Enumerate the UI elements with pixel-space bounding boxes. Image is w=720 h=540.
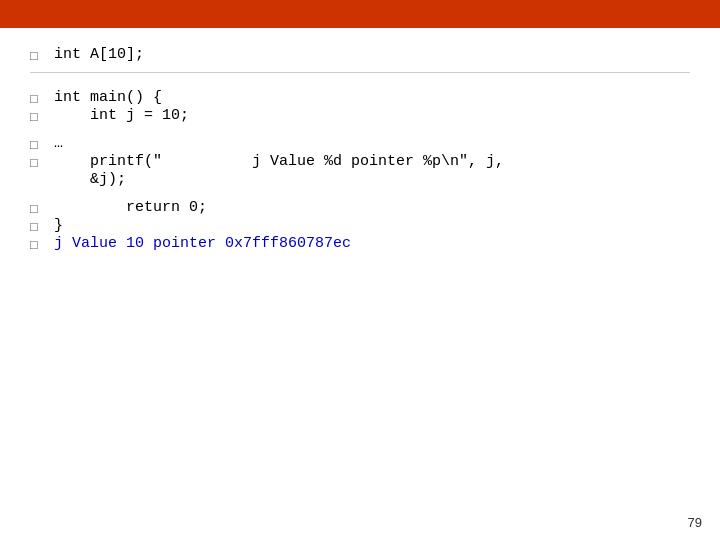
code-line-5a: □ printf(" j Value %d pointer %p\n", j,: [30, 153, 690, 171]
code-text-7: }: [54, 217, 63, 234]
code-text-1: int A[10];: [54, 46, 144, 63]
code-line-6: □ return 0;: [30, 199, 690, 217]
code-text-4: …: [54, 135, 63, 152]
code-text-5b: &j);: [54, 171, 126, 188]
bullet-6: □: [30, 202, 44, 217]
code-line-4: □ …: [30, 135, 690, 153]
code-text-5a: printf(" j Value %d pointer %p\n", j,: [54, 153, 504, 170]
divider: [30, 72, 690, 73]
code-text-6: return 0;: [54, 199, 207, 216]
page-number: 79: [688, 515, 702, 530]
bullet-3: □: [30, 110, 44, 125]
code-line-5b: □ &j);: [30, 171, 690, 189]
code-line-1: □ int A[10];: [30, 46, 690, 64]
bullet-8: □: [30, 238, 44, 253]
bullet-1: □: [30, 49, 44, 64]
code-line-3: □ int j = 10;: [30, 107, 690, 125]
bullet-7: □: [30, 220, 44, 235]
bullet-4: □: [30, 138, 44, 153]
code-line-7: □ }: [30, 217, 690, 235]
top-bar: [0, 0, 720, 28]
code-text-3: int j = 10;: [54, 107, 189, 124]
code-line-2: □ int main() {: [30, 89, 690, 107]
code-text-8: j Value 10 pointer 0x7fff860787ec: [54, 235, 351, 252]
bullet-2: □: [30, 92, 44, 107]
code-text-2: int main() {: [54, 89, 162, 106]
bullet-5a: □: [30, 156, 44, 171]
content-area: □ int A[10]; □ int main() { □ int j = 10…: [0, 28, 720, 271]
code-line-8: □ j Value 10 pointer 0x7fff860787ec: [30, 235, 690, 253]
